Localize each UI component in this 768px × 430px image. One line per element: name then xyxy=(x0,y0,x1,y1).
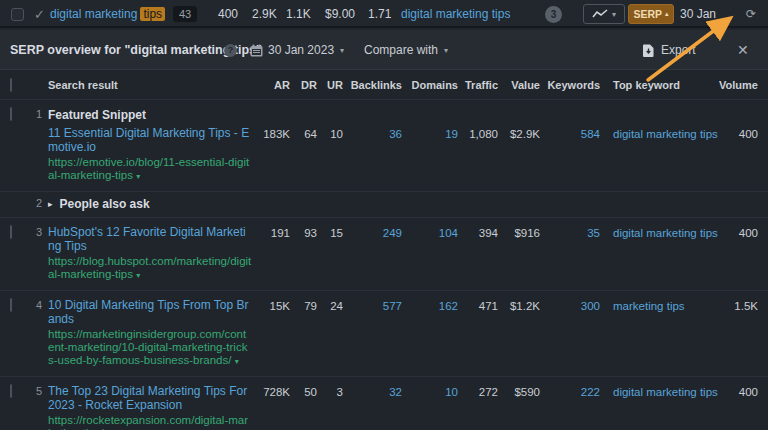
ur-value: 10 xyxy=(317,108,343,140)
refresh-icon[interactable]: ⟳ xyxy=(746,0,756,28)
table-row: 5 The Top 23 Digital Marketing Tips For … xyxy=(0,377,768,430)
expand-triangle-icon: ▸ xyxy=(48,199,53,209)
backlinks-link[interactable]: 577 xyxy=(343,299,402,312)
top-keyword-link[interactable]: marketing tips xyxy=(600,299,700,312)
checkbox-icon xyxy=(10,298,12,312)
col-value[interactable]: Value xyxy=(498,79,540,91)
result-url-link[interactable]: https://blog.hubspot.com/marketing/digit… xyxy=(48,255,252,282)
compare-with-dropdown[interactable]: Compare with▾ xyxy=(364,30,448,70)
people-also-ask-row[interactable]: ▸People also ask xyxy=(48,197,758,211)
domains-link[interactable]: 19 xyxy=(402,108,458,140)
row-checkbox[interactable] xyxy=(10,299,26,311)
keywords-link[interactable]: 300 xyxy=(540,299,600,312)
col-dr[interactable]: DR xyxy=(290,79,317,91)
value-value: $590 xyxy=(498,385,540,398)
help-icon[interactable]: ? xyxy=(224,30,237,70)
checkbox-icon xyxy=(10,225,12,239)
dr-value: 79 xyxy=(290,299,317,312)
col-ar[interactable]: AR xyxy=(252,79,290,91)
search-result-cell: Featured Snippet 11 Essential Digital Ma… xyxy=(48,108,252,183)
col-search-result[interactable]: Search result xyxy=(48,79,252,91)
metric-traffic-potential: 1.1K xyxy=(286,0,311,28)
domains-link[interactable]: 162 xyxy=(402,299,458,312)
result-title-link[interactable]: 10 Digital Marketing Tips From Top Brand… xyxy=(48,299,252,326)
metric-clicks: 1.71 xyxy=(368,0,391,28)
col-volume[interactable]: Volume xyxy=(700,79,758,91)
col-domains[interactable]: Domains xyxy=(402,79,458,91)
traffic-value: 394 xyxy=(458,226,498,239)
chevron-down-icon: ▾ xyxy=(136,271,140,280)
serp-overview-panel: ✓ digital marketingtips 43 400 2.9K 1.1K… xyxy=(0,0,768,430)
result-title-link[interactable]: 11 Essential Digital Marketing Tips - Em… xyxy=(48,127,252,154)
result-url-link[interactable]: https://marketinginsidergroup.com/conten… xyxy=(48,328,252,368)
check-icon: ✓ xyxy=(34,0,45,28)
keyword-text[interactable]: digital marketingtips xyxy=(50,0,165,28)
domains-link[interactable]: 104 xyxy=(402,226,458,239)
row-number: 2 xyxy=(26,197,44,209)
top-keyword-link[interactable]: digital marketing tips xyxy=(600,226,700,239)
row-checkbox[interactable] xyxy=(11,0,24,28)
header-checkbox[interactable] xyxy=(10,79,26,91)
ur-value: 3 xyxy=(317,385,343,398)
row-number: 4 xyxy=(26,299,44,311)
result-url-link[interactable]: https://emotive.io/blog/11-essential-dig… xyxy=(48,156,252,183)
table-row: 2▸People also ask xyxy=(0,192,768,218)
col-traffic[interactable]: Traffic xyxy=(458,79,498,91)
dr-value: 93 xyxy=(290,226,317,239)
result-url-link[interactable]: https://rocketexpansion.com/digital-mark… xyxy=(48,414,252,430)
domains-link[interactable]: 10 xyxy=(402,385,458,398)
dr-value: 64 xyxy=(290,108,317,140)
backlinks-link[interactable]: 36 xyxy=(343,108,402,140)
row-number: 1 xyxy=(26,108,44,120)
parent-keyword-link[interactable]: digital marketing tips xyxy=(401,0,510,28)
chart-dropdown-button[interactable]: ▾ xyxy=(583,4,625,24)
metric-volume: 400 xyxy=(218,0,238,28)
col-keywords[interactable]: Keywords xyxy=(540,79,600,91)
row-checkbox[interactable] xyxy=(10,385,26,397)
metric-cpc: $9.00 xyxy=(325,0,355,28)
volume-value: 1.5K xyxy=(700,299,758,312)
backlinks-link[interactable]: 249 xyxy=(343,226,402,239)
keywords-link[interactable]: 584 xyxy=(540,108,600,140)
dr-value: 50 xyxy=(290,385,317,398)
keywords-link[interactable]: 222 xyxy=(540,385,600,398)
row-number: 3 xyxy=(26,226,44,238)
chevron-down-icon: ▾ xyxy=(136,172,140,181)
close-icon[interactable]: ✕ xyxy=(737,30,749,70)
top-keyword-link[interactable]: digital marketing tips xyxy=(600,108,700,140)
traffic-value: 1,080 xyxy=(458,108,498,140)
serp-button[interactable]: SERP▴ xyxy=(628,4,674,24)
serp-results-table: Search result AR DR UR Backlinks Domains… xyxy=(0,71,768,430)
value-value: $2.9K xyxy=(498,108,540,140)
keywords-link[interactable]: 35 xyxy=(540,226,600,239)
row-checkbox[interactable] xyxy=(10,226,26,238)
calendar-icon xyxy=(250,30,263,70)
search-result-cell: The Top 23 Digital Marketing Tips For 20… xyxy=(48,385,252,430)
kd-badge: 43 xyxy=(173,0,197,28)
section-label: People also ask xyxy=(60,197,150,211)
chevron-down-icon: ▾ xyxy=(612,10,616,19)
backlinks-link[interactable]: 32 xyxy=(343,385,402,398)
col-ur[interactable]: UR xyxy=(317,79,343,91)
volume-value: 400 xyxy=(700,385,758,398)
row-checkbox[interactable] xyxy=(10,108,26,120)
table-row: 4 10 Digital Marketing Tips From Top Bra… xyxy=(0,291,768,377)
date-picker[interactable]: 30 Jan 2023▾ xyxy=(268,30,344,70)
result-title-link[interactable]: The Top 23 Digital Marketing Tips For 20… xyxy=(48,385,252,412)
chevron-down-icon: ▾ xyxy=(235,357,239,366)
search-result-cell: HubSpot's 12 Favorite Digital Marketing … xyxy=(48,226,252,282)
top-keyword-link[interactable]: digital marketing tips xyxy=(600,385,700,398)
table-header-row: Search result AR DR UR Backlinks Domains… xyxy=(0,71,768,100)
result-title-link[interactable]: HubSpot's 12 Favorite Digital Marketing … xyxy=(48,226,252,253)
col-backlinks[interactable]: Backlinks xyxy=(343,79,402,91)
export-button[interactable]: Export xyxy=(643,30,696,70)
checkbox-icon xyxy=(10,107,12,121)
chevron-up-icon: ▴ xyxy=(665,10,669,18)
keyword-plain: digital marketing xyxy=(50,7,137,21)
value-value: $1.2K xyxy=(498,299,540,312)
col-top-keyword[interactable]: Top keyword xyxy=(600,79,700,91)
date-label[interactable]: 30 Jan xyxy=(680,0,716,28)
serp-overview-header: SERP overview for "digital marketing tip… xyxy=(0,30,768,70)
export-file-icon xyxy=(643,44,654,57)
trend-chart-icon xyxy=(592,9,608,19)
